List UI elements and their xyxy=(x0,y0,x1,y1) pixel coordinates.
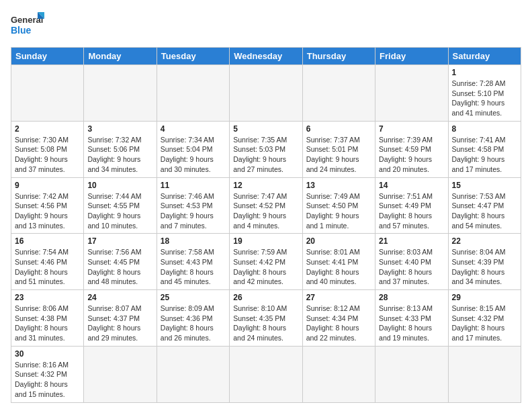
calendar: SundayMondayTuesdayWednesdayThursdayFrid… xyxy=(11,47,521,403)
weekday-header: Saturday xyxy=(448,48,521,65)
day-info: Sunrise: 7:32 AM Sunset: 5:06 PM Dayligh… xyxy=(87,135,152,175)
day-number: 27 xyxy=(306,293,371,302)
day-info: Sunrise: 7:59 AM Sunset: 4:42 PM Dayligh… xyxy=(233,247,298,287)
svg-text:Blue: Blue xyxy=(11,25,32,36)
day-info: Sunrise: 8:10 AM Sunset: 4:35 PM Dayligh… xyxy=(233,304,298,343)
weekday-header: Monday xyxy=(84,48,157,65)
calendar-cell: 1Sunrise: 7:28 AM Sunset: 5:10 PM Daylig… xyxy=(448,65,521,122)
calendar-cell: 27Sunrise: 8:12 AM Sunset: 4:34 PM Dayli… xyxy=(302,290,375,347)
day-number: 8 xyxy=(452,124,517,134)
day-number: 6 xyxy=(306,124,371,134)
day-number: 20 xyxy=(306,236,371,246)
day-info: Sunrise: 8:16 AM Sunset: 4:32 PM Dayligh… xyxy=(15,360,80,400)
calendar-cell: 7Sunrise: 7:39 AM Sunset: 4:59 PM Daylig… xyxy=(375,121,448,177)
calendar-cell: 21Sunrise: 8:03 AM Sunset: 4:40 PM Dayli… xyxy=(375,234,448,290)
calendar-cell: 25Sunrise: 8:09 AM Sunset: 4:36 PM Dayli… xyxy=(157,290,229,347)
calendar-cell: 26Sunrise: 8:10 AM Sunset: 4:35 PM Dayli… xyxy=(230,290,302,347)
calendar-cell xyxy=(84,65,157,122)
calendar-cell: 17Sunrise: 7:56 AM Sunset: 4:45 PM Dayli… xyxy=(84,234,157,290)
day-info: Sunrise: 7:46 AM Sunset: 4:53 PM Dayligh… xyxy=(161,191,226,231)
calendar-cell xyxy=(11,65,84,122)
calendar-cell xyxy=(375,65,448,122)
day-number: 18 xyxy=(161,236,226,246)
calendar-cell xyxy=(230,346,302,402)
calendar-cell: 4Sunrise: 7:34 AM Sunset: 5:04 PM Daylig… xyxy=(157,121,229,177)
day-info: Sunrise: 7:37 AM Sunset: 5:01 PM Dayligh… xyxy=(306,135,371,175)
calendar-cell: 8Sunrise: 7:41 AM Sunset: 4:58 PM Daylig… xyxy=(448,121,521,177)
day-info: Sunrise: 7:54 AM Sunset: 4:46 PM Dayligh… xyxy=(15,247,80,287)
day-info: Sunrise: 7:51 AM Sunset: 4:49 PM Dayligh… xyxy=(379,191,444,231)
calendar-cell: 11Sunrise: 7:46 AM Sunset: 4:53 PM Dayli… xyxy=(157,177,229,234)
day-number: 7 xyxy=(379,124,444,134)
page-header: General Blue xyxy=(11,11,521,40)
calendar-cell xyxy=(157,65,229,122)
day-number: 21 xyxy=(379,236,444,246)
calendar-cell xyxy=(375,346,448,402)
day-info: Sunrise: 7:39 AM Sunset: 4:59 PM Dayligh… xyxy=(379,135,444,175)
weekday-header: Wednesday xyxy=(230,48,302,65)
calendar-cell: 2Sunrise: 7:30 AM Sunset: 5:08 PM Daylig… xyxy=(11,121,84,177)
weekday-header: Sunday xyxy=(11,48,84,65)
day-info: Sunrise: 7:49 AM Sunset: 4:50 PM Dayligh… xyxy=(306,191,371,231)
weekday-header: Tuesday xyxy=(157,48,229,65)
day-info: Sunrise: 7:56 AM Sunset: 4:45 PM Dayligh… xyxy=(87,247,152,287)
logo: General Blue xyxy=(11,11,44,40)
day-number: 25 xyxy=(161,293,226,302)
day-info: Sunrise: 7:34 AM Sunset: 5:04 PM Dayligh… xyxy=(161,135,226,175)
calendar-cell xyxy=(448,346,521,402)
calendar-cell: 20Sunrise: 8:01 AM Sunset: 4:41 PM Dayli… xyxy=(302,234,375,290)
calendar-cell: 9Sunrise: 7:42 AM Sunset: 4:56 PM Daylig… xyxy=(11,177,84,234)
day-info: Sunrise: 7:53 AM Sunset: 4:47 PM Dayligh… xyxy=(452,191,517,231)
calendar-cell: 3Sunrise: 7:32 AM Sunset: 5:06 PM Daylig… xyxy=(84,121,157,177)
day-number: 10 xyxy=(87,181,152,190)
day-info: Sunrise: 8:06 AM Sunset: 4:38 PM Dayligh… xyxy=(15,304,80,343)
calendar-cell: 5Sunrise: 7:35 AM Sunset: 5:03 PM Daylig… xyxy=(230,121,302,177)
calendar-cell: 14Sunrise: 7:51 AM Sunset: 4:49 PM Dayli… xyxy=(375,177,448,234)
day-info: Sunrise: 8:09 AM Sunset: 4:36 PM Dayligh… xyxy=(161,304,226,343)
calendar-cell: 29Sunrise: 8:15 AM Sunset: 4:32 PM Dayli… xyxy=(448,290,521,347)
calendar-cell: 12Sunrise: 7:47 AM Sunset: 4:52 PM Dayli… xyxy=(230,177,302,234)
day-info: Sunrise: 8:13 AM Sunset: 4:33 PM Dayligh… xyxy=(379,304,444,343)
day-number: 14 xyxy=(379,181,444,190)
day-info: Sunrise: 8:03 AM Sunset: 4:40 PM Dayligh… xyxy=(379,247,444,287)
calendar-cell: 24Sunrise: 8:07 AM Sunset: 4:37 PM Dayli… xyxy=(84,290,157,347)
day-number: 19 xyxy=(233,236,298,246)
day-info: Sunrise: 7:35 AM Sunset: 5:03 PM Dayligh… xyxy=(233,135,298,175)
day-number: 26 xyxy=(233,293,298,302)
day-number: 22 xyxy=(452,236,517,246)
weekday-header: Friday xyxy=(375,48,448,65)
day-number: 11 xyxy=(161,181,226,190)
day-info: Sunrise: 7:44 AM Sunset: 4:55 PM Dayligh… xyxy=(87,191,152,231)
calendar-cell: 28Sunrise: 8:13 AM Sunset: 4:33 PM Dayli… xyxy=(375,290,448,347)
day-info: Sunrise: 8:07 AM Sunset: 4:37 PM Dayligh… xyxy=(87,304,152,343)
calendar-cell xyxy=(302,346,375,402)
day-number: 24 xyxy=(87,293,152,302)
calendar-cell: 16Sunrise: 7:54 AM Sunset: 4:46 PM Dayli… xyxy=(11,234,84,290)
day-info: Sunrise: 8:15 AM Sunset: 4:32 PM Dayligh… xyxy=(452,304,517,343)
day-number: 30 xyxy=(15,349,80,359)
day-number: 29 xyxy=(452,293,517,302)
calendar-cell: 10Sunrise: 7:44 AM Sunset: 4:55 PM Dayli… xyxy=(84,177,157,234)
calendar-cell: 30Sunrise: 8:16 AM Sunset: 4:32 PM Dayli… xyxy=(11,346,84,402)
day-number: 2 xyxy=(15,124,80,134)
calendar-cell: 6Sunrise: 7:37 AM Sunset: 5:01 PM Daylig… xyxy=(302,121,375,177)
calendar-cell: 22Sunrise: 8:04 AM Sunset: 4:39 PM Dayli… xyxy=(448,234,521,290)
day-info: Sunrise: 7:30 AM Sunset: 5:08 PM Dayligh… xyxy=(15,135,80,175)
logo-svg: General Blue xyxy=(11,11,44,40)
day-number: 23 xyxy=(15,293,80,302)
calendar-header: SundayMondayTuesdayWednesdayThursdayFrid… xyxy=(11,48,521,65)
day-info: Sunrise: 8:01 AM Sunset: 4:41 PM Dayligh… xyxy=(306,247,371,287)
weekday-header: Thursday xyxy=(302,48,375,65)
day-number: 15 xyxy=(452,181,517,190)
calendar-cell: 15Sunrise: 7:53 AM Sunset: 4:47 PM Dayli… xyxy=(448,177,521,234)
day-number: 4 xyxy=(161,124,226,134)
day-number: 1 xyxy=(452,68,517,77)
day-number: 13 xyxy=(306,181,371,190)
day-number: 28 xyxy=(379,293,444,302)
day-info: Sunrise: 7:47 AM Sunset: 4:52 PM Dayligh… xyxy=(233,191,298,231)
calendar-cell xyxy=(230,65,302,122)
day-number: 17 xyxy=(87,236,152,246)
day-info: Sunrise: 7:28 AM Sunset: 5:10 PM Dayligh… xyxy=(452,79,517,118)
calendar-cell: 19Sunrise: 7:59 AM Sunset: 4:42 PM Dayli… xyxy=(230,234,302,290)
day-number: 3 xyxy=(87,124,152,134)
